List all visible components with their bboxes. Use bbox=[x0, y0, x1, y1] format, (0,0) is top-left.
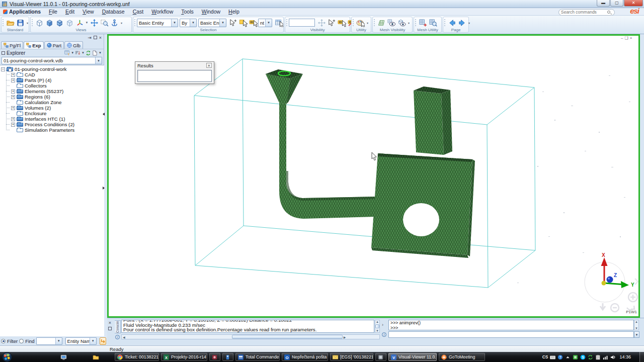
tree-item-elements-55237-[interactable]: +Elements (55237) bbox=[11, 88, 104, 94]
tree-item-process-conditions-2-[interactable]: +Process Conditions (2) bbox=[11, 122, 104, 127]
palette-cursor-icon[interactable] bbox=[355, 18, 365, 28]
taskbar-button-app-gray[interactable] bbox=[375, 353, 386, 361]
tab-part[interactable]: Part bbox=[44, 41, 64, 49]
taskbar-button--egs-00138221-ca-[interactable]: [EGS] '00138221 [CA... bbox=[330, 353, 373, 361]
filter-view-icon[interactable] bbox=[64, 50, 70, 56]
search-input[interactable] bbox=[561, 10, 607, 15]
entity-name-combo[interactable]: Entity Name▼ bbox=[65, 337, 97, 345]
start-button[interactable] bbox=[2, 352, 12, 362]
menu-workflow[interactable]: Workflow bbox=[147, 8, 177, 15]
menu-tools[interactable]: Tools bbox=[177, 8, 198, 15]
toolbar-text-field[interactable] bbox=[289, 19, 315, 27]
cursor-box-icon[interactable] bbox=[238, 18, 248, 28]
grid-plus-icon[interactable] bbox=[418, 18, 428, 28]
tab-pg-fl[interactable]: Pg/Fl bbox=[1, 41, 23, 49]
zoom-region-icon[interactable] bbox=[99, 18, 109, 28]
taskbar-button-gotomeeting[interactable]: GoToMeeting bbox=[439, 353, 485, 361]
tray-app-green-icon[interactable] bbox=[573, 354, 578, 360]
menu-cast[interactable]: Cast bbox=[129, 8, 148, 15]
splitter-expand-icon[interactable] bbox=[103, 187, 105, 190]
splitter-collapse-icon[interactable] bbox=[103, 113, 105, 116]
tray-expand-up-icon[interactable] bbox=[565, 354, 571, 360]
taskbar-button-ticket-00138221-s-[interactable]: Ticket: 00138221 – S... bbox=[115, 353, 159, 361]
taskbar-button-total-commander-x-[interactable]: Total Commander (x... bbox=[235, 353, 280, 361]
results-listbox[interactable] bbox=[137, 70, 212, 82]
sort-icon[interactable] bbox=[74, 50, 81, 56]
new-page-icon[interactable] bbox=[92, 50, 98, 56]
minimize-button[interactable]: ▬ bbox=[597, 0, 610, 7]
tree-item-volumes-2-[interactable]: +Volumes (2) bbox=[11, 105, 104, 111]
overflow-icon[interactable]: ▾ bbox=[407, 21, 411, 25]
combo-basic-entity[interactable]: Basic Entity▼ bbox=[137, 19, 178, 27]
tray-skype-icon[interactable]: S bbox=[580, 354, 586, 360]
tray-volume-icon[interactable] bbox=[610, 354, 616, 360]
mdi-restore-icon[interactable]: ❑ bbox=[624, 36, 628, 40]
console-close-icon[interactable]: × bbox=[109, 320, 111, 325]
tray-network-icon[interactable] bbox=[603, 354, 608, 360]
python-command-input[interactable] bbox=[388, 331, 634, 338]
show-desktop-button[interactable] bbox=[639, 352, 644, 362]
menu-applications[interactable]: Applications bbox=[0, 9, 45, 15]
menu-help[interactable]: Help bbox=[224, 8, 244, 15]
expander-icon[interactable]: + bbox=[11, 117, 15, 121]
message-list[interactable]: Point : (X = 1.777200e-001, Y = 0.100100… bbox=[121, 320, 374, 333]
expander-icon[interactable]: + bbox=[11, 73, 15, 77]
remote-desktop-icon[interactable] bbox=[60, 354, 67, 360]
mdi-controls[interactable]: – ❑ × bbox=[621, 36, 632, 40]
overflow-icon[interactable]: ▾ bbox=[467, 21, 471, 25]
tree-item-interfaces-htc-1-[interactable]: +Interfaces HTC (1) bbox=[11, 116, 104, 122]
tree-item-simulation-parameters[interactable]: +Simulation Parameters bbox=[11, 127, 104, 133]
menu-database[interactable]: Database bbox=[98, 8, 129, 15]
tree-item-calculation-zone[interactable]: +Calculation Zone bbox=[11, 100, 104, 105]
cube-ghost-icon[interactable] bbox=[64, 18, 74, 28]
tree-root[interactable]: −01-pouring-control-work bbox=[1, 66, 104, 72]
expander-icon[interactable]: + bbox=[11, 89, 15, 94]
cursor-plus-icon[interactable] bbox=[228, 18, 238, 28]
cursor-plus-icon[interactable] bbox=[327, 18, 337, 28]
maximize-button[interactable]: ▢ bbox=[610, 0, 623, 7]
pan-arrows-icon[interactable] bbox=[89, 18, 99, 28]
mdi-close-icon[interactable]: × bbox=[630, 36, 632, 40]
language-indicator[interactable]: CS bbox=[542, 354, 548, 359]
overflow-icon[interactable]: ▾ bbox=[119, 21, 124, 25]
console-float-icon[interactable] bbox=[108, 327, 112, 330]
message-info-icon[interactable]: i bbox=[115, 335, 120, 339]
expander-icon[interactable]: + bbox=[11, 95, 15, 99]
cube-multi-icon[interactable] bbox=[54, 18, 64, 28]
pan-faint-icon[interactable] bbox=[316, 18, 327, 28]
menu-edit[interactable]: Edit bbox=[61, 8, 78, 15]
menu-view[interactable]: View bbox=[78, 8, 98, 15]
panel-close-icon[interactable]: × bbox=[99, 35, 102, 40]
overflow-icon[interactable]: ▾ bbox=[25, 21, 30, 25]
tab-glb[interactable]: Glb bbox=[64, 41, 83, 49]
tray-sync-icon[interactable] bbox=[588, 354, 593, 360]
filter-value-combo[interactable]: ▼ bbox=[36, 337, 62, 345]
database-combo[interactable]: 01-pouring-control-work.vdb ▼ bbox=[2, 57, 102, 64]
python-vscrollbar[interactable]: ▲▼ bbox=[634, 320, 639, 330]
cube-solid-icon[interactable] bbox=[44, 18, 54, 28]
explorer-folder-icon[interactable] bbox=[93, 354, 99, 360]
cube-wire-icon[interactable] bbox=[34, 18, 44, 28]
close-button[interactable]: ✕ bbox=[624, 0, 643, 7]
refresh-icon[interactable] bbox=[85, 50, 92, 56]
menu-window[interactable]: Window bbox=[198, 8, 224, 15]
casting-mesh[interactable] bbox=[266, 69, 475, 258]
more-options-icon[interactable]: ▼ bbox=[99, 51, 102, 54]
tree-item-regions-6-[interactable]: +Regions (6) bbox=[11, 94, 104, 100]
apply-filter-button[interactable] bbox=[100, 337, 106, 345]
taskbar-clock[interactable]: 14:36 bbox=[618, 354, 631, 359]
float-icon[interactable] bbox=[94, 36, 97, 39]
pin-icon[interactable]: ⇥ bbox=[88, 35, 92, 40]
cube-eye-icon[interactable] bbox=[396, 18, 407, 28]
combo-by[interactable]: By▼ bbox=[180, 19, 197, 27]
tree-item-cad[interactable]: +CAD bbox=[11, 72, 104, 77]
taskbar-button-projekty-2016-r14-r-[interactable]: XProjekty-2016-r14 [r... bbox=[161, 353, 207, 361]
table-cursor-icon[interactable] bbox=[274, 18, 284, 28]
save-icon[interactable] bbox=[15, 18, 25, 28]
anchor-icon[interactable] bbox=[109, 18, 119, 28]
axis-triad[interactable]: X Y Z bbox=[585, 252, 634, 302]
message-hscrollbar[interactable]: ◀ ▶ bbox=[121, 334, 380, 339]
cursor-id-icon[interactable]: ID bbox=[248, 18, 258, 28]
grid-mag-icon[interactable] bbox=[428, 18, 438, 28]
tree-item-collectors[interactable]: +Collectors bbox=[11, 83, 104, 88]
